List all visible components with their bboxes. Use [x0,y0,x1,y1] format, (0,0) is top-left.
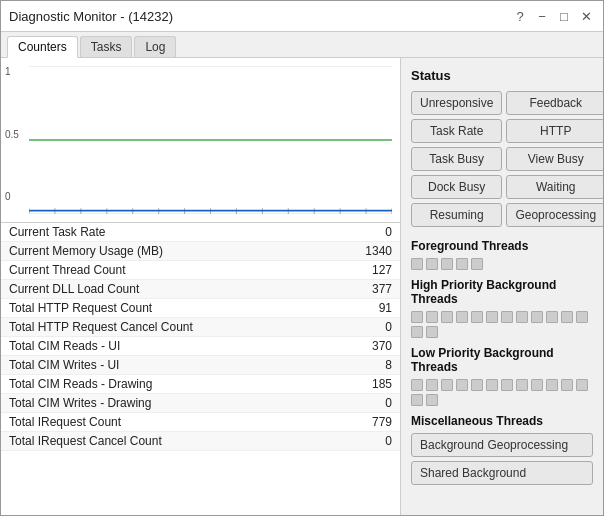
dot [441,311,453,323]
table-row: Current Task Rate 0 [1,223,400,242]
unresponsive-button[interactable]: Unresponsive [411,91,502,115]
stats-value: 0 [352,396,392,410]
dot [471,258,483,270]
miscellaneous-threads-title: Miscellaneous Threads [411,414,593,428]
dot [456,258,468,270]
stats-label: Current Memory Usage (MB) [9,244,163,258]
right-panel: Status Unresponsive Feedback Task Rate H… [401,58,603,515]
tab-counters[interactable]: Counters [7,36,78,58]
stats-label: Total CIM Writes - Drawing [9,396,151,410]
high-priority-threads-title: High Priority Background Threads [411,278,593,306]
stats-value: 0 [352,225,392,239]
dot [486,311,498,323]
stats-label: Total IRequest Count [9,415,121,429]
dot [576,311,588,323]
dot [411,258,423,270]
dot [426,311,438,323]
stats-value: 0 [352,320,392,334]
dot [411,311,423,323]
background-geoprocessing-button[interactable]: Background Geoprocessing [411,433,593,457]
task-rate-button[interactable]: Task Rate [411,119,502,143]
stats-label: Total CIM Reads - UI [9,339,120,353]
table-row: Total CIM Writes - Drawing 0 [1,394,400,413]
stats-value: 8 [352,358,392,372]
stats-label: Total HTTP Request Count [9,301,152,315]
stats-label: Current Thread Count [9,263,126,277]
chart-area: 1 0.5 0 [1,58,400,223]
table-row: Current Thread Count 127 [1,261,400,280]
status-buttons: Unresponsive Feedback Task Rate HTTP Tas… [411,91,593,227]
dot [426,379,438,391]
dot [426,394,438,406]
dot [546,379,558,391]
stats-label: Total CIM Reads - Drawing [9,377,152,391]
task-busy-button[interactable]: Task Busy [411,147,502,171]
dot [516,311,528,323]
foreground-threads-title: Foreground Threads [411,239,593,253]
dot [516,379,528,391]
stats-value: 185 [352,377,392,391]
low-priority-threads-title: Low Priority Background Threads [411,346,593,374]
dot [456,379,468,391]
dot [561,379,573,391]
chart-y-labels: 1 0.5 0 [5,66,19,202]
y-label-0: 0 [5,191,19,202]
stats-value: 779 [352,415,392,429]
waiting-button[interactable]: Waiting [506,175,603,199]
dot [411,394,423,406]
dock-busy-button[interactable]: Dock Busy [411,175,502,199]
tab-log[interactable]: Log [134,36,176,57]
status-title: Status [411,68,593,83]
minimize-button[interactable]: − [533,7,551,25]
table-row: Total IRequest Cancel Count 0 [1,432,400,451]
dot [531,379,543,391]
stats-label: Total IRequest Cancel Count [9,434,162,448]
restore-button[interactable]: □ [555,7,573,25]
foreground-thread-dots [411,258,593,270]
dot [471,311,483,323]
dot [456,311,468,323]
dot [411,379,423,391]
chart-svg [29,66,392,214]
y-label-1: 1 [5,66,19,77]
table-row: Total CIM Writes - UI 8 [1,356,400,375]
resuming-button[interactable]: Resuming [411,203,502,227]
dot [411,326,423,338]
tab-tasks[interactable]: Tasks [80,36,133,57]
help-button[interactable]: ? [511,7,529,25]
http-button[interactable]: HTTP [506,119,603,143]
dot [546,311,558,323]
high-priority-thread-dots [411,311,593,338]
title-bar: Diagnostic Monitor - (14232) ? − □ ✕ [1,1,603,32]
left-panel: 1 0.5 0 [1,58,401,515]
geoprocessing-button[interactable]: Geoprocessing [506,203,603,227]
table-row: Total CIM Reads - UI 370 [1,337,400,356]
stats-value: 91 [352,301,392,315]
dot [441,379,453,391]
dot [426,258,438,270]
table-row: Total CIM Reads - Drawing 185 [1,375,400,394]
table-row: Total HTTP Request Count 91 [1,299,400,318]
y-label-05: 0.5 [5,129,19,140]
stats-value: 370 [352,339,392,353]
close-button[interactable]: ✕ [577,7,595,25]
stats-value: 377 [352,282,392,296]
dot [576,379,588,391]
feedback-button[interactable]: Feedback [506,91,603,115]
table-row: Total IRequest Count 779 [1,413,400,432]
dot [426,326,438,338]
stats-value: 1340 [352,244,392,258]
main-content: 1 0.5 0 [1,58,603,515]
shared-background-button[interactable]: Shared Background [411,461,593,485]
dot [471,379,483,391]
stats-label: Current Task Rate [9,225,106,239]
table-row: Current Memory Usage (MB) 1340 [1,242,400,261]
chart-canvas [29,66,392,214]
stats-label: Total CIM Writes - UI [9,358,119,372]
main-window: Diagnostic Monitor - (14232) ? − □ ✕ Cou… [0,0,604,516]
stats-value: 127 [352,263,392,277]
view-busy-button[interactable]: View Busy [506,147,603,171]
table-row: Total HTTP Request Cancel Count 0 [1,318,400,337]
table-row: Current DLL Load Count 377 [1,280,400,299]
stats-value: 0 [352,434,392,448]
